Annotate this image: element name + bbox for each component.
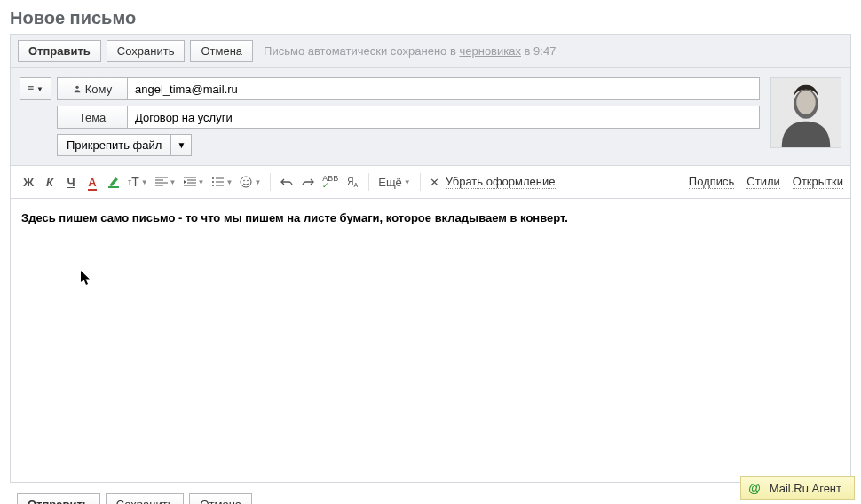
subject-input[interactable] [128, 106, 760, 129]
toolbar-separator [420, 173, 421, 191]
svg-point-3 [796, 91, 815, 114]
autosave-suffix: в 9:47 [521, 44, 556, 58]
cancel-button-bottom[interactable]: Отмена [189, 493, 252, 504]
svg-point-13 [212, 177, 214, 179]
translit-button[interactable]: ЯА [342, 171, 363, 193]
to-input[interactable] [128, 77, 760, 100]
send-button-bottom[interactable]: Отправить [17, 493, 100, 504]
italic-button[interactable]: К [39, 171, 60, 193]
strip-formatting-label: Убрать оформление [446, 175, 556, 189]
svg-point-17 [212, 185, 214, 186]
cancel-button[interactable]: Отмена [190, 40, 253, 62]
person-icon [73, 83, 82, 96]
page-title: Новое письмо [1, 1, 860, 34]
compose-header: ≡ ▼ Кому Тема [10, 68, 851, 166]
send-button[interactable]: Отправить [18, 40, 101, 62]
svg-rect-4 [108, 186, 119, 188]
autosave-prefix: Письмо автоматически сохранено в [264, 44, 459, 58]
svg-point-0 [75, 85, 78, 88]
bold-button[interactable]: Ж [18, 171, 39, 193]
save-button-bottom[interactable]: Сохранить [106, 493, 185, 504]
more-button[interactable]: Ещё▼ [375, 171, 415, 193]
recipient-avatar [770, 77, 841, 148]
signature-link[interactable]: Подпись [689, 175, 734, 189]
toolbar-separator [368, 173, 369, 191]
cursor-icon [80, 270, 92, 289]
svg-point-15 [212, 181, 214, 183]
editor-toolbar: Ж К Ч А тТ▼ ▼ ▼ ▼ ▼ АБВ✓ [10, 166, 851, 199]
indent-button[interactable]: ▼ [180, 171, 209, 193]
svg-point-20 [244, 180, 246, 182]
compose-header-fields: ≡ ▼ Кому Тема [20, 77, 760, 156]
list-button[interactable]: ▼ [208, 171, 236, 193]
message-body-editor[interactable]: Здесь пишем само письмо - то что мы пише… [10, 199, 851, 483]
align-button[interactable]: ▼ [152, 171, 180, 193]
underline-button[interactable]: Ч [60, 171, 82, 193]
attach-file-button[interactable]: Прикрепить файл [57, 134, 170, 156]
subject-row: Тема [20, 106, 760, 129]
font-color-button[interactable]: А [82, 171, 103, 193]
strip-icon: ✕ [430, 176, 439, 189]
toolbar-right: Подпись Стили Открытки [689, 175, 843, 189]
font-size-button[interactable]: тТ▼ [124, 171, 152, 193]
highlight-button[interactable] [103, 171, 124, 193]
at-icon: @ [748, 481, 761, 495]
to-label-text: Кому [85, 83, 112, 96]
save-button[interactable]: Сохранить [107, 40, 186, 62]
recipients-menu-button[interactable]: ≡ ▼ [20, 77, 51, 100]
emoji-button[interactable]: ▼ [236, 171, 265, 193]
attach-row: Прикрепить файл ▼ [57, 134, 760, 156]
svg-point-21 [248, 180, 249, 182]
spellcheck-button[interactable]: АБВ✓ [319, 171, 342, 193]
attach-button-group: Прикрепить файл ▼ [57, 134, 192, 156]
subject-label-text: Тема [79, 111, 107, 124]
spacer [20, 106, 57, 129]
bottom-actions-bar: Отправить Сохранить Отмена [10, 488, 851, 504]
strip-formatting-button[interactable]: ✕ Убрать оформление [426, 171, 559, 193]
to-label-button[interactable]: Кому [57, 77, 128, 100]
cards-link[interactable]: Открытки [793, 175, 843, 189]
svg-point-19 [241, 177, 251, 187]
toolbar-separator [270, 173, 271, 191]
autosave-status: Письмо автоматически сохранено в чернови… [264, 44, 556, 58]
agent-label: Mail.Ru Агент [770, 482, 841, 495]
to-row: ≡ ▼ Кому [20, 77, 760, 100]
drafts-link[interactable]: черновиках [459, 44, 521, 58]
mailru-agent-panel[interactable]: @ Mail.Ru Агент [740, 476, 855, 500]
compose-window: Новое письмо Отправить Сохранить Отмена … [0, 0, 861, 504]
top-actions-bar: Отправить Сохранить Отмена Письмо автома… [10, 34, 851, 68]
attach-dropdown-button[interactable]: ▼ [170, 134, 192, 156]
redo-button[interactable] [297, 171, 319, 193]
message-body-text: Здесь пишем само письмо - то что мы пише… [21, 211, 840, 224]
styles-link[interactable]: Стили [746, 175, 779, 189]
undo-button[interactable] [276, 171, 297, 193]
subject-label: Тема [57, 106, 128, 129]
